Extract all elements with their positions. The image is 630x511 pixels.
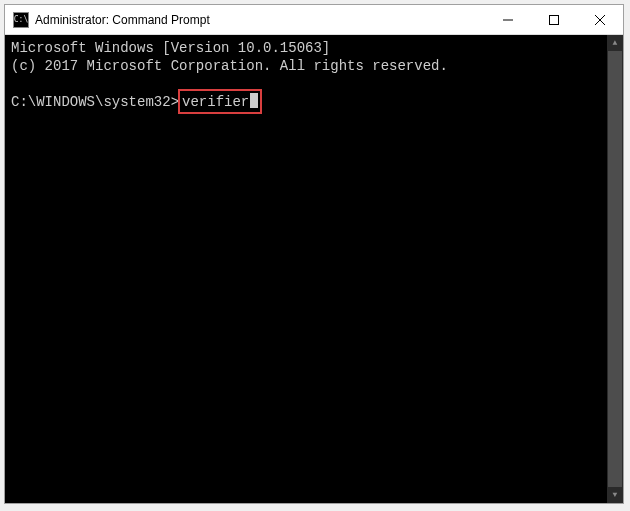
app-icon-glyph: C:\ <box>14 16 28 24</box>
maximize-icon <box>549 15 559 25</box>
app-icon: C:\ <box>13 12 29 28</box>
command-highlight: verifier <box>178 89 262 113</box>
output-line-2: (c) 2017 Microsoft Corporation. All righ… <box>11 57 617 75</box>
terminal-area[interactable]: Microsoft Windows [Version 10.0.15063] (… <box>5 35 623 503</box>
command-prompt-window: C:\ Administrator: Command Prompt Micros… <box>4 4 624 504</box>
close-button[interactable] <box>577 5 623 34</box>
scroll-up-arrow-icon[interactable]: ▲ <box>607 35 623 51</box>
minimize-icon <box>503 15 513 25</box>
scrollbar-thumb[interactable] <box>608 51 622 487</box>
minimize-button[interactable] <box>485 5 531 34</box>
scroll-down-arrow-icon[interactable]: ▼ <box>607 487 623 503</box>
command-input[interactable]: verifier <box>182 93 249 111</box>
close-icon <box>595 15 605 25</box>
text-cursor <box>250 93 258 108</box>
maximize-button[interactable] <box>531 5 577 34</box>
output-line-1: Microsoft Windows [Version 10.0.15063] <box>11 39 617 57</box>
svg-rect-1 <box>550 15 559 24</box>
prompt-text: C:\WINDOWS\system32> <box>11 93 179 111</box>
window-title: Administrator: Command Prompt <box>35 13 485 27</box>
title-bar[interactable]: C:\ Administrator: Command Prompt <box>5 5 623 35</box>
prompt-line: C:\WINDOWS\system32>verifier <box>11 89 617 113</box>
window-controls <box>485 5 623 34</box>
vertical-scrollbar[interactable]: ▲ ▼ <box>607 35 623 503</box>
